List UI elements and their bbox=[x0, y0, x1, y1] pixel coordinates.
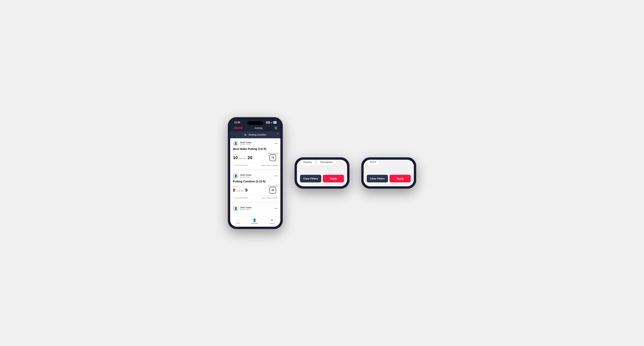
rounds-filter-buttons-2: Practice Tournament bbox=[300, 160, 344, 165]
tab-home-label-1: Home bbox=[236, 222, 240, 224]
phone-2: 11:33 ▐▐▐ ▲ 51 clippd Activity ☰ ⚙ Viewi… bbox=[294, 157, 350, 189]
user-info-1: 👤 Josh Coles 28 Feb 2023 bbox=[233, 141, 252, 146]
tab-capture-label-1: Capture bbox=[269, 222, 275, 224]
user-name-3: Josh Coles bbox=[240, 206, 252, 209]
home-icon-1: ⌂ bbox=[237, 218, 239, 222]
apply-btn-2[interactable]: Apply bbox=[323, 175, 344, 182]
stats-row-1: Score 10 OUT OF 20 Shot Quality 75 bbox=[233, 153, 278, 161]
activity-item-3: 👤 Josh Coles 28 Feb 2023 ••• bbox=[230, 203, 280, 215]
tab-bar-1: ⌂ Home 👤 Activities ⊕ Capture bbox=[230, 216, 280, 227]
activity-item-1: 👤 Josh Coles 28 Feb 2023 ••• Must Make P… bbox=[230, 138, 280, 169]
clippd-logo-1: clippd bbox=[233, 126, 242, 130]
tournament-rounds-btn-2[interactable]: Tournament bbox=[317, 160, 336, 165]
wifi-icon: ▲ bbox=[270, 121, 272, 123]
activity-title-1: Must Make Putting (3-6 ft) bbox=[233, 147, 278, 151]
modal-footer-2: Clear Filters Apply bbox=[297, 175, 347, 182]
filter-sheet-3: Filter ✕ Show Rounds Practice Drills Pra… bbox=[364, 160, 414, 186]
activity-footer-2: ⓘTest Information Data: Clippd Capture bbox=[233, 195, 278, 199]
more-options-3[interactable]: ••• bbox=[275, 207, 278, 210]
status-time-1: 11:33 bbox=[234, 121, 240, 124]
user-date-1: 28 Feb 2023 bbox=[240, 144, 252, 146]
shot-quality-2: Shot Quality 45 bbox=[268, 185, 278, 193]
activity-item-2: 👤 Josh Coles 28 Feb 2023 ••• Putting Com… bbox=[230, 171, 280, 202]
user-info-3: 👤 Josh Coles 28 Feb 2023 bbox=[233, 206, 252, 211]
user-details-3: Josh Coles 28 Feb 2023 bbox=[240, 206, 252, 211]
battery-icon: 51 bbox=[273, 121, 276, 124]
more-options-1[interactable]: ••• bbox=[275, 142, 278, 145]
modal-footer-3: Clear Filters Apply bbox=[364, 175, 414, 182]
activity-title-2: Putting Combine (3-15 ft) bbox=[233, 180, 278, 183]
user-date-2: 28 Feb 2023 bbox=[240, 176, 252, 178]
user-details-2: Josh Coles 28 Feb 2023 bbox=[240, 174, 252, 178]
quality-badge-1: 75 bbox=[270, 154, 276, 161]
phone-3-screen: 11:33 ▐▐▐ ▲ 51 clippd Activity ☰ ⚙ Viewi… bbox=[364, 160, 414, 186]
clear-filters-btn-2[interactable]: Clear Filters bbox=[300, 175, 321, 182]
nav-title-1: Activity bbox=[254, 127, 262, 130]
capture-icon-1: ⊕ bbox=[270, 218, 273, 222]
score-section-1: Score 10 OUT OF 20 bbox=[233, 153, 252, 160]
stats-row-2: Score 0 OUT OF 9 Shot Quality 45 bbox=[233, 185, 278, 193]
screenshot-container: 11:33 ▐▐▐ ▲ 51 clippd Activity ☰ ⚙ Viewi… bbox=[216, 105, 428, 241]
shot-quality-1: Shot Quality 75 bbox=[268, 153, 278, 161]
notification-dot-1 bbox=[277, 133, 278, 135]
activity-header-1: 👤 Josh Coles 28 Feb 2023 ••• bbox=[233, 141, 278, 146]
user-date-3: 28 Feb 2023 bbox=[240, 209, 252, 211]
putt-btn-3[interactable]: PUTT bbox=[367, 160, 380, 165]
nav-bar-1: clippd Activity ☰ bbox=[230, 125, 280, 132]
outof-value-2: 9 bbox=[245, 188, 248, 193]
viewing-bar-1[interactable]: ⚙ Viewing Activities bbox=[230, 132, 280, 138]
menu-icon-1[interactable]: ☰ bbox=[274, 126, 277, 130]
score-value-2: 0 bbox=[233, 188, 235, 193]
apply-btn-3[interactable]: Apply bbox=[390, 175, 411, 182]
user-info-2: 👤 Josh Coles 28 Feb 2023 bbox=[233, 173, 252, 179]
signal-icon: ▐▐▐ bbox=[266, 121, 270, 123]
footer-info-2: ⓘTest Information bbox=[233, 196, 248, 199]
phone-1-screen: 11:33 ▐▐▐ ▲ 51 clippd Activity ☰ ⚙ Viewi… bbox=[230, 120, 280, 227]
activity-list-1: 👤 Josh Coles 28 Feb 2023 ••• Must Make P… bbox=[230, 138, 280, 215]
activities-icon-1: 👤 bbox=[252, 218, 256, 222]
modal-body-2: Show Rounds Practice Drills Rounds Pract… bbox=[297, 160, 347, 172]
activity-footer-1: ⓘTest Information Data: Clippd Capture bbox=[233, 163, 278, 167]
filter-icon-1: ⚙ bbox=[244, 133, 247, 136]
clear-filters-btn-3[interactable]: Clear Filters bbox=[367, 175, 388, 182]
phone-3: 11:33 ▐▐▐ ▲ 51 clippd Activity ☰ ⚙ Viewi… bbox=[361, 157, 416, 189]
practice-rounds-btn-2[interactable]: Practice bbox=[300, 160, 315, 165]
footer-data-1: Data: Clippd Capture bbox=[261, 164, 278, 166]
footer-info-1: ⓘTest Information bbox=[233, 164, 248, 167]
user-name-1: Josh Coles bbox=[240, 141, 252, 144]
footer-data-2: Data: Clippd Capture bbox=[261, 197, 278, 199]
outof-value-1: 20 bbox=[248, 155, 252, 160]
activity-header-2: 👤 Josh Coles 28 Feb 2023 ••• bbox=[233, 173, 278, 179]
modal-overlay-3: Filter ✕ Show Rounds Practice Drills Pra… bbox=[364, 160, 414, 186]
avatar-2: 👤 bbox=[233, 173, 238, 179]
dynamic-island bbox=[248, 121, 263, 125]
tab-activities-1[interactable]: 👤 Activities bbox=[251, 218, 258, 224]
filter-sheet-2: Filter ✕ Show Rounds Practice Drills Rou… bbox=[297, 160, 347, 186]
status-icons-1: ▐▐▐ ▲ 51 bbox=[266, 121, 276, 124]
tab-home-1[interactable]: ⌂ Home bbox=[236, 218, 240, 224]
tab-activities-label-1: Activities bbox=[251, 222, 258, 224]
user-details-1: Josh Coles 28 Feb 2023 bbox=[240, 141, 252, 146]
drills-filter-buttons-3: OTT APP ARG PUTT bbox=[367, 160, 411, 165]
phone-1: 11:33 ▐▐▐ ▲ 51 clippd Activity ☰ ⚙ Viewi… bbox=[228, 117, 283, 229]
modal-overlay-2: Filter ✕ Show Rounds Practice Drills Rou… bbox=[297, 160, 347, 186]
more-options-2[interactable]: ••• bbox=[275, 174, 278, 177]
activity-header-3: 👤 Josh Coles 28 Feb 2023 ••• bbox=[233, 206, 278, 211]
outof-label-1: OUT OF bbox=[239, 158, 246, 160]
avatar-1: 👤 bbox=[233, 141, 238, 146]
tab-capture-1[interactable]: ⊕ Capture bbox=[269, 218, 275, 224]
score-section-2: Score 0 OUT OF 9 bbox=[233, 186, 248, 193]
modal-body-3: Show Rounds Practice Drills Practice Dri… bbox=[364, 160, 414, 172]
viewing-activities-label-1: Viewing Activities bbox=[248, 133, 266, 136]
avatar-3: 👤 bbox=[233, 206, 238, 211]
phone-2-screen: 11:33 ▐▐▐ ▲ 51 clippd Activity ☰ ⚙ Viewi… bbox=[297, 160, 347, 186]
user-name-2: Josh Coles bbox=[240, 174, 252, 176]
score-value-1: 10 bbox=[233, 155, 238, 160]
outof-label-2: OUT OF bbox=[237, 190, 244, 192]
quality-badge-2: 45 bbox=[270, 187, 276, 193]
